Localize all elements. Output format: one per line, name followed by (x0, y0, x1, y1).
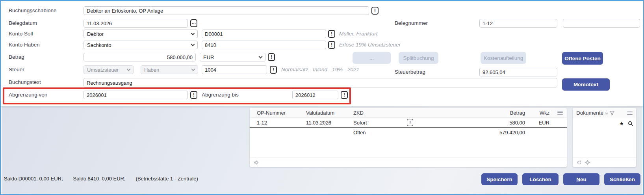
buchungsschablone-info-button[interactable]: ! (371, 7, 379, 15)
steuer-side-select[interactable]: Haben (141, 65, 198, 74)
row-info-button[interactable]: ! (407, 119, 413, 126)
op-table-col-zkd[interactable]: ZKD (353, 110, 407, 116)
exclamation-icon: ! (193, 93, 195, 97)
refresh-icon[interactable] (577, 160, 582, 165)
op-table-footer (250, 158, 567, 167)
booking-window: Buchungsschablone Debitor an Erlöskonto,… (0, 0, 644, 195)
loeschen-button[interactable]: Löschen (522, 173, 559, 185)
konto-haben-info-button[interactable]: ! (328, 41, 335, 49)
cell-betrag: 579.420,00 (499, 130, 525, 136)
speichern-button[interactable]: Speichern (481, 173, 518, 185)
cell-zkd: Offen (353, 130, 407, 136)
konto-haben-type-value: Sachkonto (87, 42, 111, 48)
saldo-soll-text: Saldo D00001: 0,00 EUR; (4, 176, 63, 182)
steuer-type-value: Umsatzsteuer (87, 67, 119, 73)
betriebsstaette-text: (Betriebsstätte 1 - Zentrale) (136, 176, 198, 182)
gear-icon[interactable] (585, 160, 590, 165)
belegdatum-label: Belegdatum (9, 19, 37, 28)
abgrenzung-bis-label: Abgrenzung bis (202, 91, 239, 99)
table-row[interactable]: Offen 579.420,00 (250, 128, 567, 137)
steuer-code-input[interactable]: 1004 (202, 65, 267, 74)
steuer-hint: Normalsatz - Inland - 19% - 2021 (281, 65, 359, 74)
kostenaufteilung-button: Kostenaufteilung (481, 52, 526, 64)
currency-select[interactable]: EUR (200, 53, 265, 61)
belegnummer-input[interactable]: 1-12 (479, 19, 557, 28)
cell-valutadatum: 11.03.2026 (306, 120, 353, 126)
belegnummer-suffix-input[interactable] (563, 19, 640, 28)
currency-value: EUR (203, 54, 214, 60)
dokumente-menu-icon[interactable] (627, 111, 633, 115)
filter-icon[interactable] (610, 111, 614, 115)
buchungstext-input[interactable]: Rechnungsausgang (84, 78, 557, 87)
op-table-col-wkz[interactable]: Wkz (525, 110, 549, 116)
memotext-button[interactable]: Memotext (562, 78, 610, 91)
abgrenzung-von-info-button[interactable]: ! (190, 91, 197, 99)
search-icon[interactable] (628, 121, 633, 126)
buchungsschablone-input[interactable]: Debitor an Erlöskonto, OP Anlage (84, 6, 369, 15)
op-table-header: OP-Nummer Valutadatum ZKD Betrag Wkz (250, 108, 567, 118)
cell-op-nummer: 1-12 (257, 120, 306, 126)
belegnummer-label: Belegnummer (395, 19, 428, 28)
table-row[interactable]: 1-12 11.03.2026 Sofort !580,00 EUR (250, 118, 567, 128)
exclamation-icon: ! (343, 93, 345, 97)
buchungstext-label: Buchungstext (9, 78, 41, 87)
steuer-type-select[interactable]: Umsatzsteuer (84, 65, 134, 74)
betrag-input[interactable]: 580.000,00 (84, 53, 196, 61)
betrag-label: Betrag (9, 53, 24, 61)
buchungsschablone-label: Buchungsschablone (9, 6, 57, 15)
op-table-col-op-nummer[interactable]: OP-Nummer (257, 110, 306, 116)
abgrenzung-bis-info-button[interactable]: ! (341, 91, 348, 99)
konto-soll-type-value: Debitor (87, 31, 104, 37)
konto-haben-label: Konto Haben (9, 41, 40, 49)
cell-wkz: EUR (525, 120, 549, 126)
konto-haben-hint: Erlöse 19% Umsatzsteuer (339, 41, 401, 49)
steuer-info-button[interactable]: ! (270, 66, 277, 74)
konto-soll-type-select[interactable]: Debitor (84, 30, 198, 38)
neu-button[interactable]: Neu (563, 173, 599, 185)
gear-icon[interactable] (254, 160, 259, 165)
exclamation-icon: ! (271, 55, 272, 59)
dokumente-footer (573, 158, 636, 167)
abgrenzung-von-input[interactable]: 2026001 (84, 91, 188, 99)
op-table-col-valutadatum[interactable]: Valutadatum (306, 110, 353, 116)
chevron-down-icon (191, 67, 195, 71)
belegdatum-input[interactable]: 11.03.2026 (84, 19, 188, 28)
exclamation-icon: ! (409, 120, 411, 125)
op-table-panel: OP-Nummer Valutadatum ZKD Betrag Wkz 1-1… (250, 108, 567, 167)
betrag-info-button[interactable]: ! (268, 53, 275, 61)
offene-posten-button[interactable]: Offene Posten (562, 52, 603, 65)
status-bar: Saldo D00001: 0,00 EUR; Saldo 8410: 0,00… (4, 176, 208, 182)
exclamation-icon: ! (273, 67, 274, 72)
belegdatum-picker-button[interactable]: … (190, 19, 197, 27)
booking-form: Buchungsschablone Debitor an Erlöskonto,… (1, 1, 643, 106)
exclamation-icon: ! (374, 8, 376, 13)
schliessen-button[interactable]: Schließen (604, 173, 640, 185)
footer-buttons: Speichern Löschen Neu Schließen (481, 173, 640, 185)
chevron-down-icon[interactable] (605, 111, 608, 114)
ellipsis-icon: … (192, 20, 196, 25)
chevron-down-icon (259, 54, 263, 58)
exclamation-icon: ! (331, 43, 332, 47)
cell-zkd: Sofort (353, 120, 407, 126)
dokumente-panel: Dokumente ★ (573, 108, 636, 167)
abgrenzung-bis-input[interactable]: 2026012 (292, 91, 338, 99)
chevron-down-icon (127, 67, 131, 71)
cell-betrag: 580,00 (509, 120, 525, 126)
konto-haben-type-select[interactable]: Sachkonto (84, 41, 198, 49)
konto-soll-input[interactable]: D00001 (202, 30, 326, 38)
steuerbetrag-input[interactable]: 92.605,04 (479, 68, 557, 76)
chevron-down-icon (191, 31, 195, 35)
konto-soll-label: Konto Soll (9, 30, 33, 38)
konto-soll-info-button[interactable]: ! (328, 30, 335, 38)
chevron-down-icon (191, 42, 195, 46)
op-table-col-betrag[interactable]: Betrag (407, 110, 525, 116)
table-menu-icon[interactable] (557, 111, 563, 115)
steuer-label: Steuer (9, 65, 24, 74)
star-icon[interactable]: ★ (619, 121, 624, 126)
konto-haben-input[interactable]: 8410 (202, 41, 326, 49)
op-table-body: 1-12 11.03.2026 Sofort !580,00 EUR Offen… (250, 118, 567, 158)
abgrenzung-von-label: Abgrenzung von (9, 91, 47, 99)
exclamation-icon: ! (331, 32, 332, 36)
steuerbetrag-label: Steuerbetrag (395, 68, 425, 76)
splitbuchung-button: Splitbuchung (399, 52, 438, 64)
